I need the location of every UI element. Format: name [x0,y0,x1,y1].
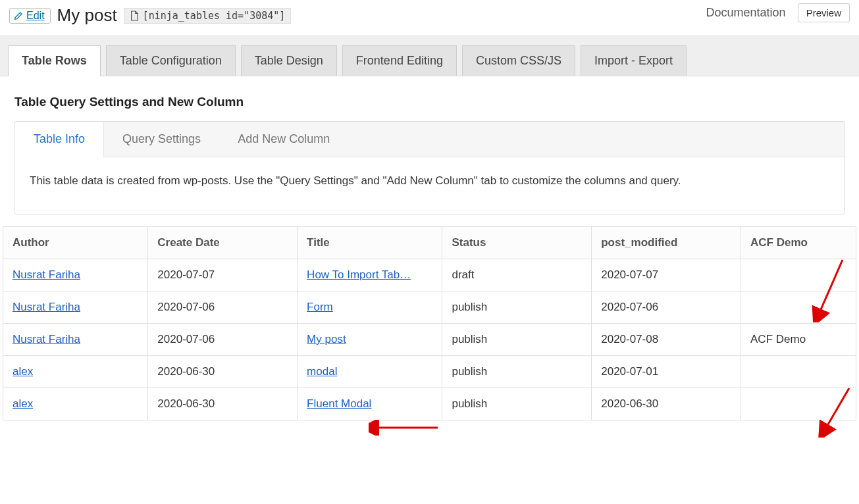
section-title: Table Query Settings and New Column [14,95,845,109]
col-create-date[interactable]: Create Date [148,227,298,259]
author-link[interactable]: alex [13,365,33,378]
cell-post-modified: 2020-07-07 [592,259,741,291]
file-icon [130,11,139,21]
table-row: alex2020-06-30modalpublish2020-07-01 [3,356,856,388]
cell-title: Fluent Modal [298,388,442,420]
cell-author: alex [3,356,148,388]
cell-title: Form [298,291,442,324]
cell-title: My post [298,324,442,356]
table-row: Nusrat Fariha2020-07-06My postpublish202… [3,324,856,356]
subtab-query-settings[interactable]: Query Settings [104,122,219,157]
title-link[interactable]: modal [307,365,337,378]
col-acf-demo[interactable]: ACF Demo [741,227,856,259]
author-link[interactable]: Nusrat Fariha [13,333,80,345]
col-post-modified[interactable]: post_modified [592,227,741,259]
header-right: Documentation Preview [706,3,850,22]
subtab-table-info[interactable]: Table Info [15,122,104,157]
cell-acf-demo [741,356,856,388]
sub-tab-panel: Table Info Query Settings Add New Column… [14,121,845,214]
cell-author: Nusrat Fariha [3,291,148,324]
cell-create-date: 2020-07-06 [148,324,298,356]
author-link[interactable]: Nusrat Fariha [13,301,80,313]
tab-custom-css-js[interactable]: Custom CSS/JS [462,45,575,76]
table-header-row: Author Create Date Title Status post_mod… [3,227,856,259]
cell-post-modified: 2020-06-30 [592,388,741,420]
query-section: Table Query Settings and New Column Tabl… [0,76,859,226]
col-status[interactable]: Status [442,227,592,259]
col-title[interactable]: Title [298,227,442,259]
edit-label: Edit [26,10,45,22]
cell-author: alex [3,388,148,420]
cell-author: Nusrat Fariha [3,324,148,356]
author-link[interactable]: alex [13,397,33,410]
table-row: Nusrat Fariha2020-07-07How To Import Tab… [3,259,856,291]
cell-author: Nusrat Fariha [3,259,148,291]
table-row: alex2020-06-30Fluent Modalpublish2020-06… [3,388,856,420]
title-link[interactable]: My post [307,333,346,345]
cell-create-date: 2020-06-30 [148,356,298,388]
shortcode-text: [ninja_tables id="3084"] [143,10,286,22]
cell-title: How To Import Tab… [298,259,442,291]
header-bar: Edit My post [ninja_tables id="3084"] Do… [0,0,859,35]
cell-acf-demo: ACF Demo [741,324,856,356]
main-tab-strip: Table Rows Table Configuration Table Des… [0,35,859,76]
title-link[interactable]: Form [307,301,333,313]
tab-frontend-editing[interactable]: Frontend Editing [342,45,457,76]
cell-title: modal [298,356,442,388]
sub-tab-strip: Table Info Query Settings Add New Column [15,122,844,157]
title-link[interactable]: Fluent Modal [307,397,371,410]
cell-post-modified: 2020-07-01 [592,356,741,388]
preview-button[interactable]: Preview [798,3,850,22]
tab-table-design[interactable]: Table Design [241,45,337,76]
cell-acf-demo [741,291,856,324]
shortcode-box[interactable]: [ninja_tables id="3084"] [124,8,292,24]
documentation-link[interactable]: Documentation [706,6,786,20]
table-row: Nusrat Fariha2020-07-06Formpublish2020-0… [3,291,856,324]
tab-import-export[interactable]: Import - Export [581,45,687,76]
col-author[interactable]: Author [3,227,148,259]
cell-acf-demo [741,259,856,291]
edit-button[interactable]: Edit [9,8,51,24]
cell-status: publish [442,324,592,356]
cell-post-modified: 2020-07-08 [592,324,741,356]
page-title: My post [57,5,117,26]
cell-status: publish [442,291,592,324]
cell-post-modified: 2020-07-06 [592,291,741,324]
cell-create-date: 2020-06-30 [148,388,298,420]
tab-table-configuration[interactable]: Table Configuration [106,45,236,76]
tab-table-rows[interactable]: Table Rows [8,45,101,76]
cell-status: publish [442,356,592,388]
pencil-icon [14,11,24,20]
cell-create-date: 2020-07-06 [148,291,298,324]
table-info-text: This table data is created from wp-posts… [15,157,844,214]
posts-table: Author Create Date Title Status post_mod… [3,226,856,420]
data-table-wrap: Author Create Date Title Status post_mod… [0,226,859,434]
cell-status: publish [442,388,592,420]
title-link[interactable]: How To Import Tab… [307,268,411,281]
cell-acf-demo [741,388,856,420]
cell-create-date: 2020-07-07 [148,259,298,291]
author-link[interactable]: Nusrat Fariha [13,268,80,281]
cell-status: draft [442,259,592,291]
subtab-add-new-column[interactable]: Add New Column [219,122,348,157]
